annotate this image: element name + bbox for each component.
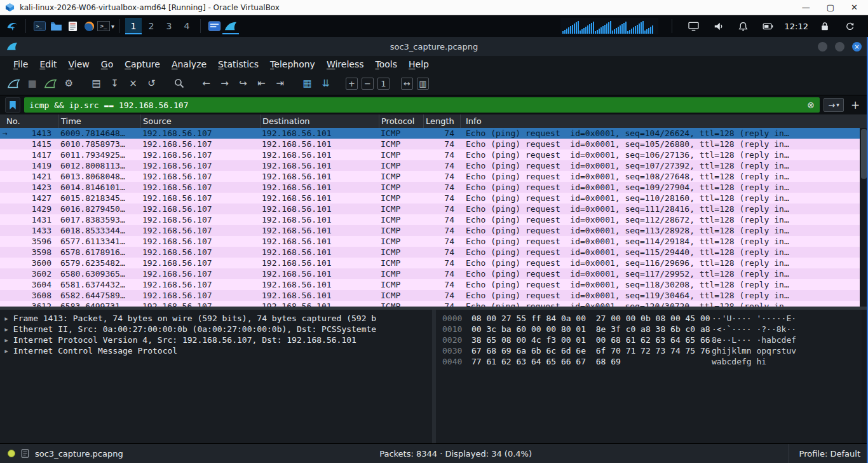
battery-icon[interactable] (760, 18, 776, 34)
menu-capture[interactable]: Capture (119, 57, 166, 71)
workspace-3[interactable]: 3 (161, 18, 177, 34)
menu-wireless[interactable]: Wireless (321, 57, 370, 71)
file-manager-launcher-icon[interactable] (48, 18, 64, 34)
taskbar-files-window-icon[interactable] (206, 18, 222, 34)
packet-row[interactable]: 35986578.6178916…192.168.56.107192.168.5… (0, 247, 860, 258)
detail-row[interactable]: ▸Frame 1413: Packet, 74 bytes on wire (5… (4, 314, 432, 324)
expert-info-icon[interactable] (8, 450, 15, 457)
browser-launcher-icon[interactable] (81, 18, 97, 34)
menu-telephony[interactable]: Telephony (264, 57, 321, 71)
terminal-chooser-dropdown[interactable]: >_ ▾ (97, 21, 114, 31)
capture-options-icon[interactable]: ⚙ (60, 75, 78, 92)
expander-icon[interactable]: ▸ (4, 324, 9, 334)
hex-row[interactable]: 001000 3c ba 60 00 00 80 01 8e 3f c0 a8 … (442, 324, 862, 335)
panel-clock[interactable]: 12:12 (785, 22, 808, 31)
filter-bookmark-icon[interactable] (5, 97, 20, 113)
menu-view[interactable]: View (63, 57, 95, 71)
zoom-in-icon[interactable]: + (346, 78, 358, 90)
detail-row[interactable]: ▸Internet Control Message Protocol (4, 346, 432, 357)
display-icon[interactable] (686, 18, 702, 34)
session-refresh-icon[interactable] (841, 18, 858, 34)
window-maximize-button[interactable] (835, 42, 844, 52)
workspace-2[interactable]: 2 (143, 18, 159, 34)
scrollbar-thumb[interactable] (861, 129, 867, 179)
resize-columns-icon[interactable]: ↔ (401, 78, 413, 90)
menu-edit[interactable]: Edit (34, 57, 62, 71)
expander-icon[interactable]: ▸ (4, 335, 9, 345)
start-capture-icon[interactable] (5, 75, 22, 92)
menu-analyze[interactable]: Analyze (166, 57, 212, 71)
last-packet-icon[interactable]: ⇥ (271, 75, 288, 92)
notifications-bell-icon[interactable] (735, 18, 752, 34)
packet-row[interactable]: 14296016.8279450…192.168.56.107192.168.5… (0, 204, 860, 214)
expander-icon[interactable]: ▸ (4, 346, 9, 356)
restart-capture-icon[interactable] (42, 75, 59, 92)
packet-row[interactable]: 14196012.8008113…192.168.56.107192.168.5… (0, 160, 860, 171)
detail-row[interactable]: ▸Ethernet II, Src: 0a:00:27:00:00:0b (0a… (4, 324, 432, 335)
window-close-button[interactable]: × (852, 42, 862, 52)
expander-icon[interactable]: ▸ (4, 314, 9, 323)
terminal-launcher-icon[interactable]: >_ (31, 18, 48, 34)
filter-add-button[interactable]: + (848, 99, 863, 111)
packet-row[interactable]: 14236014.8146101…192.168.56.107192.168.5… (0, 182, 860, 193)
go-forward-icon[interactable]: → (216, 75, 233, 92)
hex-row[interactable]: 000008 00 27 55 ff 84 0a 00 27 00 00 0b … (442, 314, 862, 324)
menu-file[interactable]: File (8, 57, 34, 71)
vbox-close-button[interactable]: ✕ (851, 3, 858, 11)
packet-row[interactable]: 14276015.8218345…192.168.56.107192.168.5… (0, 193, 860, 204)
go-to-packet-icon[interactable]: ↪ (234, 75, 252, 92)
packet-row[interactable]: 36026580.6309365…192.168.56.107192.168.5… (0, 268, 860, 279)
vbox-minimize-button[interactable]: — (802, 3, 810, 11)
hex-row[interactable]: 002038 65 08 00 4c f3 00 01 00 68 61 62 … (442, 335, 862, 346)
packet-row[interactable]: 1413→6009.7814648…192.168.56.107192.168.… (0, 128, 860, 139)
workspace-1[interactable]: 1 (125, 18, 142, 34)
kali-menu-icon[interactable] (4, 18, 20, 34)
go-back-icon[interactable]: ← (198, 75, 215, 92)
hex-row[interactable]: 003067 68 69 6a 6b 6c 6d 6e 6f 70 71 72 … (442, 346, 862, 357)
open-file-icon[interactable]: ▤ (88, 75, 105, 92)
packet-row[interactable]: 14176011.7934925…192.168.56.107192.168.5… (0, 149, 860, 160)
stop-capture-icon[interactable]: ■ (24, 75, 41, 92)
text-editor-launcher-icon[interactable] (64, 18, 81, 34)
detail-row[interactable]: ▸Internet Protocol Version 4, Src: 192.1… (4, 335, 432, 346)
cpu-graph[interactable] (560, 18, 658, 34)
packet-row[interactable]: 14156010.7858973…192.168.56.107192.168.5… (0, 139, 860, 149)
packet-row[interactable]: 14216013.8068048…192.168.56.107192.168.5… (0, 171, 860, 182)
column-header-no[interactable]: No. (0, 114, 59, 128)
hex-row[interactable]: 004077 61 62 63 64 65 66 67 68 69wabcdef… (442, 357, 862, 368)
packet-row[interactable]: 35966577.6113341…192.168.56.107192.168.5… (0, 236, 860, 247)
first-packet-icon[interactable]: ⇤ (253, 75, 270, 92)
filter-clear-icon[interactable]: ⊗ (807, 100, 815, 110)
column-header-protocol[interactable]: Protocol (379, 114, 424, 128)
status-capture-file[interactable]: soc3_capture.pcapng (35, 449, 123, 459)
close-file-icon[interactable]: × (125, 75, 142, 92)
packet-row[interactable]: 36046581.6374432…192.168.56.107192.168.5… (0, 279, 860, 290)
save-file-icon[interactable]: ↧ (106, 75, 123, 92)
column-header-source[interactable]: Source (141, 114, 261, 128)
lock-icon[interactable] (817, 18, 833, 34)
vbox-restore-button[interactable]: ▢ (827, 3, 834, 11)
window-minimize-button[interactable] (818, 42, 827, 52)
menu-go[interactable]: Go (95, 57, 119, 71)
number-columns-icon[interactable]: ▥ (417, 78, 429, 90)
filter-apply-button[interactable]: →▾ (824, 98, 844, 112)
column-header-info[interactable]: Info (461, 114, 868, 128)
menu-help[interactable]: Help (403, 57, 435, 71)
auto-scroll-icon[interactable]: ⇊ (317, 75, 334, 92)
display-filter-input[interactable] (29, 100, 802, 110)
column-header-time[interactable]: Time (59, 114, 141, 128)
packet-row[interactable]: 36006579.6235482…192.168.56.107192.168.5… (0, 258, 860, 268)
column-header-length[interactable]: Length (424, 114, 461, 128)
packet-row[interactable]: 14336018.8533344…192.168.56.107192.168.5… (0, 225, 860, 236)
colorize-packets-icon[interactable]: ▦ (299, 75, 316, 92)
volume-icon[interactable] (710, 18, 727, 34)
taskbar-wireshark-icon[interactable] (222, 18, 239, 34)
capture-comment-icon[interactable] (21, 449, 29, 458)
menu-tools[interactable]: Tools (370, 57, 403, 71)
status-profile[interactable]: Profile: Default (789, 444, 860, 463)
zoom-out-icon[interactable]: − (362, 78, 374, 90)
packet-row[interactable]: 36126583.6499731…192.168.56.107192.168.5… (0, 301, 860, 307)
reload-file-icon[interactable]: ↺ (143, 75, 160, 92)
packet-row[interactable]: 36086582.6447589…192.168.56.107192.168.5… (0, 290, 860, 301)
menu-statistics[interactable]: Statistics (212, 57, 264, 71)
